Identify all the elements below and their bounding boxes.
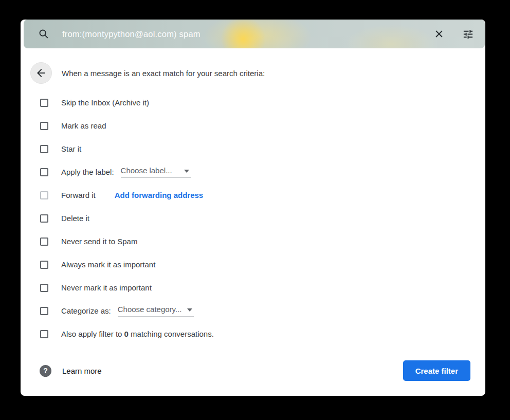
label-skip-inbox: Skip the Inbox (Archive it) — [61, 98, 149, 107]
row-mark-read: Mark as read — [21, 114, 485, 137]
search-input[interactable] — [62, 29, 432, 39]
dialog-footer: ? Learn more Create filter — [21, 359, 485, 382]
checkbox-never-spam[interactable] — [40, 238, 48, 246]
dialog-title: When a message is an exact match for you… — [62, 69, 265, 78]
add-forwarding-address-link[interactable]: Add forwarding address — [115, 191, 204, 199]
row-star-it: Star it — [21, 137, 485, 160]
also-apply-pre: Also apply filter to — [61, 330, 124, 338]
tune-icon[interactable] — [461, 27, 475, 41]
checkbox-always-important[interactable] — [40, 261, 48, 269]
label-always-important: Always mark it as important — [61, 260, 155, 269]
row-skip-inbox: Skip the Inbox (Archive it) — [21, 91, 485, 114]
back-arrow-icon — [35, 67, 47, 79]
choose-category-value: Choose category... — [118, 305, 182, 314]
search-bar — [24, 20, 485, 48]
row-forward-it: Forward it Add forwarding address — [21, 184, 485, 207]
choose-label-value: Choose label... — [121, 166, 172, 175]
label-mark-read: Mark as read — [61, 121, 106, 130]
matching-count: 0 — [124, 330, 129, 338]
label-star-it: Star it — [61, 144, 81, 153]
checkbox-mark-read[interactable] — [40, 122, 48, 130]
row-delete-it: Delete it — [21, 207, 485, 230]
checkbox-apply-label[interactable] — [40, 168, 48, 176]
label-delete-it: Delete it — [61, 214, 89, 223]
choose-category-dropdown[interactable]: Choose category... — [118, 305, 194, 317]
label-never-spam: Never send it to Spam — [61, 237, 137, 246]
checkbox-also-apply[interactable] — [40, 330, 48, 338]
checkbox-never-important[interactable] — [40, 284, 48, 292]
label-categorize: Categorize as: — [61, 306, 111, 315]
filter-options-list: Skip the Inbox (Archive it) Mark as read… — [21, 91, 485, 345]
label-forward-it: Forward it — [61, 191, 96, 199]
checkbox-categorize[interactable] — [40, 307, 48, 315]
row-apply-label: Apply the label: Choose label... — [21, 160, 485, 184]
search-icon — [38, 28, 49, 40]
label-apply-label: Apply the label: — [61, 168, 114, 176]
row-categorize: Categorize as: Choose category... — [21, 299, 485, 322]
row-never-important: Never mark it as important — [21, 276, 485, 299]
create-filter-dialog: When a message is an exact match for you… — [21, 20, 485, 396]
row-never-spam: Never send it to Spam — [21, 230, 485, 253]
checkbox-forward-it[interactable] — [40, 191, 48, 199]
label-also-apply: Also apply filter to 0 matching conversa… — [61, 330, 214, 338]
checkbox-star-it[interactable] — [40, 145, 48, 153]
choose-label-dropdown[interactable]: Choose label... — [121, 166, 191, 178]
row-also-apply: Also apply filter to 0 matching conversa… — [21, 322, 485, 345]
label-never-important: Never mark it as important — [61, 283, 152, 292]
back-button[interactable] — [30, 62, 52, 84]
dropdown-arrow-icon — [187, 308, 192, 312]
help-icon[interactable]: ? — [40, 365, 51, 377]
dropdown-arrow-icon — [184, 170, 189, 173]
also-apply-post: matching conversations. — [129, 330, 214, 338]
checkbox-delete-it[interactable] — [40, 214, 48, 223]
close-icon[interactable] — [432, 27, 446, 41]
dialog-header: When a message is an exact match for you… — [30, 62, 475, 84]
checkbox-skip-inbox[interactable] — [40, 99, 48, 107]
create-filter-button[interactable]: Create filter — [403, 360, 470, 381]
learn-more-link[interactable]: Learn more — [62, 367, 102, 375]
row-always-important: Always mark it as important — [21, 253, 485, 276]
